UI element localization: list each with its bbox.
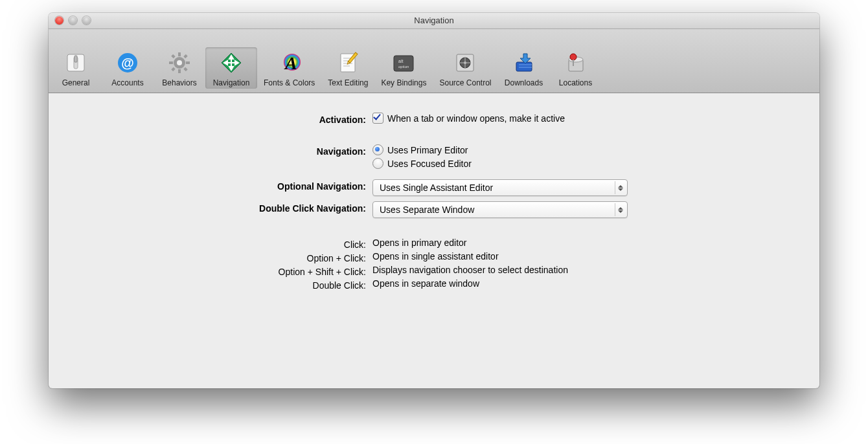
svg-rect-11 bbox=[183, 67, 187, 71]
tab-fonts-colors[interactable]: A Fonts & Colors bbox=[257, 47, 321, 89]
disk-pin-icon bbox=[564, 51, 588, 74]
popup-value: Uses Single Assistant Editor bbox=[380, 183, 493, 193]
tab-source-control[interactable]: Source Control bbox=[433, 47, 497, 89]
hint-label: Option + Shift + Click: bbox=[74, 265, 372, 277]
radio-icon bbox=[372, 144, 383, 155]
titlebar: Navigation bbox=[49, 13, 819, 29]
hint-value: Opens in separate window bbox=[372, 278, 794, 289]
row-double-click-navigation: Double Click Navigation: Uses Separate W… bbox=[74, 201, 794, 218]
tab-downloads[interactable]: Downloads bbox=[498, 47, 550, 89]
svg-rect-13 bbox=[171, 67, 175, 71]
svg-text:option: option bbox=[398, 65, 409, 69]
radio-uses-primary-editor[interactable]: Uses Primary Editor bbox=[372, 144, 794, 155]
hint-row: Click: Opens in primary editor bbox=[74, 238, 794, 250]
hint-value: Displays navigation chooser to select de… bbox=[372, 265, 794, 275]
svg-text:@: @ bbox=[121, 56, 134, 70]
svg-rect-39 bbox=[516, 62, 532, 71]
tab-accounts[interactable]: @ Accounts bbox=[102, 47, 154, 89]
tab-label: Text Editing bbox=[328, 78, 368, 87]
svg-rect-7 bbox=[178, 69, 181, 73]
tab-navigation[interactable]: Navigation bbox=[205, 47, 257, 89]
svg-rect-6 bbox=[178, 52, 181, 56]
zoom-button[interactable] bbox=[82, 16, 91, 25]
svg-rect-8 bbox=[169, 61, 173, 64]
window-controls bbox=[55, 16, 91, 25]
radio-icon bbox=[372, 158, 383, 169]
row-optional-navigation: Optional Navigation: Uses Single Assista… bbox=[74, 179, 794, 196]
tab-locations[interactable]: Locations bbox=[550, 47, 602, 89]
tab-label: General bbox=[62, 78, 90, 87]
hint-label: Option + Click: bbox=[74, 251, 372, 263]
svg-rect-31 bbox=[394, 56, 413, 71]
download-icon bbox=[512, 51, 536, 74]
gear-icon bbox=[168, 51, 191, 74]
svg-rect-2 bbox=[74, 56, 77, 62]
navigation-icon bbox=[220, 51, 243, 74]
fonts-colors-icon: A bbox=[278, 51, 301, 74]
tab-label: Source Control bbox=[439, 78, 491, 87]
svg-rect-10 bbox=[171, 54, 175, 58]
row-activation: Activation: When a tab or window opens, … bbox=[74, 113, 794, 125]
at-icon: @ bbox=[116, 51, 139, 74]
optional-navigation-popup[interactable]: Uses Single Assistant Editor bbox=[372, 179, 628, 196]
hint-row: Option + Click: Opens in single assistan… bbox=[74, 251, 794, 263]
activation-checkbox[interactable]: When a tab or window opens, make it acti… bbox=[372, 113, 794, 124]
tab-key-bindings[interactable]: alt option Key Bindings bbox=[374, 47, 433, 89]
radio-uses-focused-editor[interactable]: Uses Focused Editor bbox=[372, 158, 794, 169]
hint-label: Click: bbox=[74, 238, 372, 250]
stepper-arrows-icon bbox=[615, 203, 626, 216]
svg-text:alt: alt bbox=[398, 59, 403, 63]
activation-label: Activation: bbox=[74, 113, 372, 125]
preferences-toolbar: General @ Accounts bbox=[49, 29, 819, 93]
tab-label: Behaviors bbox=[162, 78, 196, 87]
tab-label: Navigation bbox=[213, 78, 250, 87]
tab-label: Accounts bbox=[111, 78, 143, 87]
svg-rect-12 bbox=[183, 54, 187, 58]
tab-label: Downloads bbox=[505, 78, 543, 87]
hint-value: Opens in primary editor bbox=[372, 238, 794, 248]
svg-point-14 bbox=[177, 60, 182, 65]
tab-text-editing[interactable]: Text Editing bbox=[321, 47, 374, 89]
window-title: Navigation bbox=[414, 16, 453, 25]
hints-section: Click: Opens in primary editor Option + … bbox=[74, 238, 794, 291]
radio-label: Uses Focused Editor bbox=[387, 159, 472, 169]
svg-text:A: A bbox=[284, 53, 297, 73]
minimize-button[interactable] bbox=[69, 16, 77, 25]
tab-general[interactable]: General bbox=[50, 47, 102, 89]
hint-row: Double Click: Opens in separate window bbox=[74, 278, 794, 291]
tab-label: Key Bindings bbox=[381, 78, 426, 87]
checkbox-icon bbox=[372, 113, 383, 124]
key-bindings-icon: alt option bbox=[392, 51, 415, 74]
checkbox-label: When a tab or window opens, make it acti… bbox=[387, 113, 565, 124]
popup-value: Uses Separate Window bbox=[380, 205, 474, 215]
svg-rect-46 bbox=[573, 60, 574, 66]
close-button[interactable] bbox=[55, 16, 63, 25]
optional-navigation-label: Optional Navigation: bbox=[74, 179, 372, 192]
row-navigation: Navigation: Uses Primary Editor Uses Foc… bbox=[74, 144, 794, 169]
stepper-arrows-icon bbox=[615, 181, 626, 194]
switch-icon bbox=[64, 51, 87, 74]
double-click-navigation-popup[interactable]: Uses Separate Window bbox=[372, 201, 628, 218]
tab-behaviors[interactable]: Behaviors bbox=[154, 47, 205, 89]
hint-label: Double Click: bbox=[74, 278, 372, 291]
tab-label: Fonts & Colors bbox=[264, 78, 315, 87]
content-pane: Activation: When a tab or window opens, … bbox=[49, 93, 819, 311]
hint-value: Opens in single assistant editor bbox=[372, 251, 794, 261]
radio-label: Uses Primary Editor bbox=[387, 145, 468, 155]
hint-row: Option + Shift + Click: Displays navigat… bbox=[74, 265, 794, 277]
navigation-label: Navigation: bbox=[74, 144, 372, 157]
tab-label: Locations bbox=[559, 78, 592, 87]
vault-icon bbox=[453, 51, 477, 74]
preferences-window: Navigation General @ Accounts bbox=[49, 13, 819, 388]
text-editing-icon bbox=[336, 51, 360, 74]
double-click-navigation-label: Double Click Navigation: bbox=[74, 201, 372, 214]
svg-rect-9 bbox=[186, 61, 190, 64]
svg-point-45 bbox=[570, 54, 577, 60]
